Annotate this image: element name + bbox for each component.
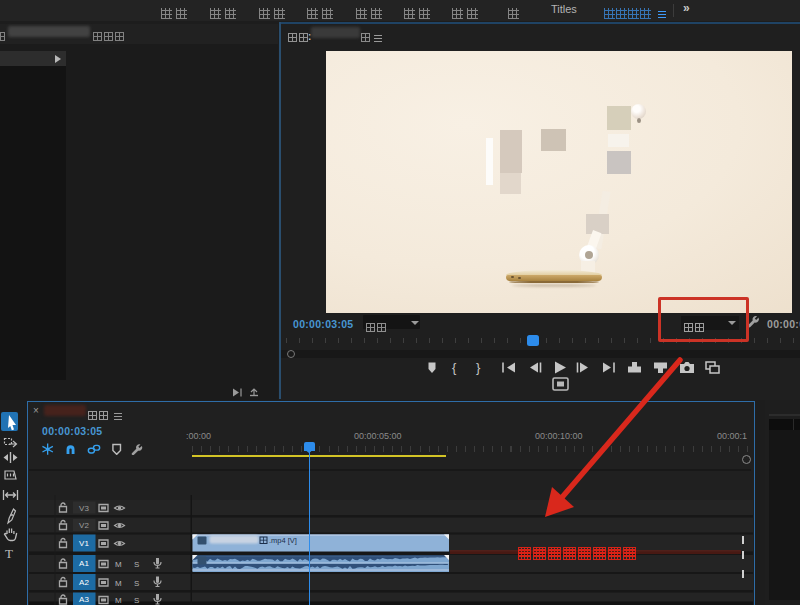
svg-text:.mp4 [V]: .mp4 [V] <box>269 536 297 545</box>
svg-text:{: { <box>452 360 457 375</box>
svg-text:S: S <box>134 596 139 605</box>
svg-text:A2: A2 <box>79 578 89 587</box>
svg-text:V2: V2 <box>79 521 89 530</box>
svg-text:A1: A1 <box>79 559 89 568</box>
svg-text:M: M <box>115 596 122 605</box>
svg-text:V1: V1 <box>79 539 89 548</box>
svg-text:M: M <box>115 560 122 569</box>
svg-text:}: } <box>476 360 481 375</box>
svg-text:S: S <box>134 560 139 569</box>
svg-text:A3: A3 <box>79 595 89 604</box>
svg-text:S: S <box>134 579 139 588</box>
svg-text:T: T <box>5 546 13 561</box>
svg-text:V3: V3 <box>79 504 89 513</box>
svg-text:M: M <box>115 579 122 588</box>
